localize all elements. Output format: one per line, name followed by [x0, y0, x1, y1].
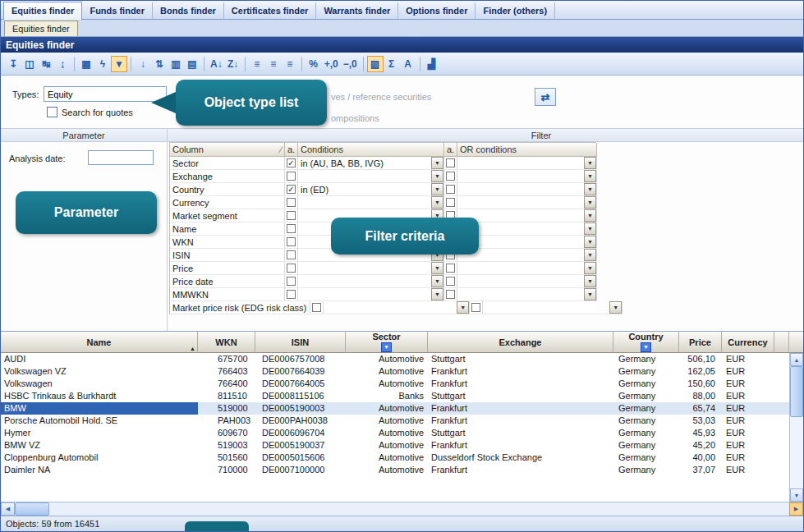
- filter-or-checkbox[interactable]: [446, 172, 455, 181]
- fit-width-icon[interactable]: ↹: [38, 56, 54, 72]
- table-row[interactable]: Volkswagen VZ766403DE0007664039Automotiv…: [1, 365, 789, 378]
- filter-or-cell[interactable]: ▼: [457, 275, 597, 288]
- analysis-date-input[interactable]: [88, 150, 154, 165]
- filter-or-cell[interactable]: ▼: [457, 288, 597, 301]
- filter-condition-cell[interactable]: ▼: [298, 196, 444, 209]
- insert-column-icon[interactable]: ↓: [135, 56, 151, 72]
- filter-condition-cell[interactable]: in (AU, BA, BB, IVG)▼: [298, 157, 444, 170]
- column-header-isin[interactable]: ISIN: [255, 332, 346, 353]
- table-row[interactable]: BMW VZ519003DE0005190037AutomotiveFrankf…: [1, 439, 789, 452]
- filter-or-cell[interactable]: ▼: [457, 249, 597, 262]
- filter-condition-cell[interactable]: ▼: [324, 301, 470, 314]
- filter-header-conditions[interactable]: Conditions: [298, 143, 444, 157]
- filter-enabled-checkbox[interactable]: [287, 211, 296, 220]
- filter-column-cell[interactable]: Market segment: [170, 209, 285, 222]
- condition-dropdown-icon[interactable]: ▼: [431, 262, 443, 274]
- or-condition-dropdown-icon[interactable]: ▼: [584, 262, 596, 274]
- filter-column-cell[interactable]: ISIN: [170, 249, 285, 262]
- chart-icon[interactable]: ▟: [424, 56, 440, 72]
- move-column-icon[interactable]: ⇅: [151, 56, 168, 72]
- column-header-price[interactable]: Price: [679, 332, 722, 353]
- vertical-scrollbar[interactable]: ▲ ▼: [789, 353, 803, 502]
- condition-dropdown-icon[interactable]: ▼: [431, 288, 443, 300]
- vertical-scroll-thumb[interactable]: [790, 366, 803, 417]
- filter-column-cell[interactable]: Price: [170, 262, 285, 275]
- or-condition-dropdown-icon[interactable]: ▼: [609, 301, 622, 314]
- scroll-right-button[interactable]: ▶: [789, 502, 803, 516]
- condition-dropdown-icon[interactable]: ▼: [431, 183, 443, 195]
- condition-dropdown-icon[interactable]: ▼: [457, 301, 469, 314]
- or-condition-dropdown-icon[interactable]: ▼: [584, 275, 596, 287]
- tab-equities-finder[interactable]: Equities finder: [3, 2, 82, 20]
- filter-or-cell[interactable]: ▼: [457, 170, 597, 183]
- filter-condition-cell[interactable]: ▼: [298, 288, 444, 301]
- filter-enabled-checkbox[interactable]: [287, 277, 296, 286]
- horizontal-scrollbar[interactable]: ◀ ▶: [1, 502, 803, 516]
- column-header-name[interactable]: Name▲: [1, 332, 198, 353]
- filter-header-column[interactable]: Column ∕: [170, 143, 285, 157]
- filter-column-cell[interactable]: WKN: [170, 236, 285, 249]
- filter-or-cell[interactable]: ▼: [457, 209, 597, 222]
- table-row[interactable]: HSBC Trinkaus & Burkhardt811510DE0008115…: [1, 390, 789, 402]
- horizontal-scroll-thumb[interactable]: [15, 502, 49, 516]
- filter-header-and[interactable]: a.: [285, 143, 298, 157]
- print-preview-icon[interactable]: ◫: [21, 56, 38, 72]
- column-filter-indicator-icon[interactable]: ▼: [381, 342, 392, 352]
- calendar-icon[interactable]: ▦: [78, 56, 94, 72]
- compositions-option[interactable]: ompositions: [331, 113, 379, 123]
- filter-or-cell[interactable]: ▼: [457, 262, 597, 275]
- filter-or-cell[interactable]: ▼: [457, 183, 597, 196]
- filter-enabled-checkbox[interactable]: [287, 237, 296, 246]
- filter-column-cell[interactable]: MMWKN: [170, 288, 285, 301]
- table-row[interactable]: Porsche Automobil Hold. SEPAH003DE000PAH…: [1, 415, 789, 427]
- sort-ascending-icon[interactable]: A↓: [208, 56, 225, 72]
- filter-condition-cell[interactable]: in (ED)▼: [298, 183, 444, 196]
- reference-securities-option[interactable]: ves / reference securities: [331, 92, 431, 102]
- table-row[interactable]: Daimler NA710000DE0007100000AutomotiveFr…: [1, 464, 789, 476]
- or-condition-dropdown-icon[interactable]: ▼: [584, 288, 596, 300]
- column-header-exchange[interactable]: Exchange: [428, 332, 613, 353]
- search-for-quotes-checkbox[interactable]: [47, 107, 57, 117]
- filter-enabled-checkbox[interactable]: [287, 172, 296, 181]
- or-condition-dropdown-icon[interactable]: ▼: [584, 196, 596, 209]
- condition-dropdown-icon[interactable]: ▼: [431, 170, 443, 182]
- filter-enabled-checkbox[interactable]: [312, 303, 321, 312]
- table-row[interactable]: Cloppenburg Automobil501560DE0005015606A…: [1, 452, 789, 464]
- fit-height-icon[interactable]: ↨: [54, 56, 71, 72]
- filter-or-checkbox[interactable]: [446, 198, 455, 207]
- table-row[interactable]: BMW519000DE0005190003AutomotiveFrankfurt…: [1, 402, 789, 415]
- filter-header-or-abbrev[interactable]: a.: [444, 143, 457, 157]
- filter-or-checkbox[interactable]: [446, 185, 455, 194]
- filter-column-cell[interactable]: Exchange: [170, 170, 285, 183]
- increase-decimal-icon[interactable]: +,0: [322, 56, 341, 72]
- column-chart-icon[interactable]: ▥: [168, 56, 184, 72]
- or-condition-dropdown-icon[interactable]: ▼: [584, 249, 596, 261]
- types-input[interactable]: [44, 86, 167, 102]
- condition-dropdown-icon[interactable]: ▼: [431, 157, 443, 169]
- filter-or-checkbox[interactable]: [471, 303, 480, 312]
- tab-finder-others-[interactable]: Finder (others): [476, 2, 555, 19]
- filter-or-checkbox[interactable]: [446, 277, 455, 286]
- filter-column-cell[interactable]: Currency: [170, 196, 285, 209]
- filter-condition-cell[interactable]: ▼: [298, 170, 444, 183]
- refresh-lightning-icon[interactable]: ϟ: [94, 56, 111, 72]
- filter-enabled-checkbox[interactable]: [287, 264, 296, 273]
- highlight-cells-icon[interactable]: ▨: [367, 56, 384, 72]
- horizontal-scroll-track[interactable]: [49, 502, 789, 516]
- or-condition-dropdown-icon[interactable]: ▼: [584, 236, 596, 248]
- filter-enabled-checkbox[interactable]: [287, 224, 296, 233]
- filter-condition-cell[interactable]: ▼: [298, 275, 444, 288]
- autofilter-icon[interactable]: ▼: [111, 56, 127, 72]
- refresh-types-button[interactable]: ⇄: [535, 88, 556, 106]
- filter-enabled-checkbox[interactable]: [287, 250, 296, 259]
- filter-enabled-checkbox[interactable]: ✓: [287, 185, 296, 194]
- scroll-up-button[interactable]: ▲: [790, 353, 803, 366]
- filter-or-cell[interactable]: ▼: [483, 301, 623, 314]
- table-row[interactable]: AUDI675700DE0006757008AutomotiveStuttgar…: [1, 353, 789, 365]
- filter-column-cell[interactable]: Name: [170, 222, 285, 236]
- percent-icon[interactable]: %: [306, 56, 322, 72]
- filter-or-cell[interactable]: ▼: [457, 196, 597, 209]
- or-condition-dropdown-icon[interactable]: ▼: [584, 222, 596, 235]
- align-center-icon[interactable]: ≡: [265, 56, 282, 72]
- filter-enabled-checkbox[interactable]: [287, 198, 296, 207]
